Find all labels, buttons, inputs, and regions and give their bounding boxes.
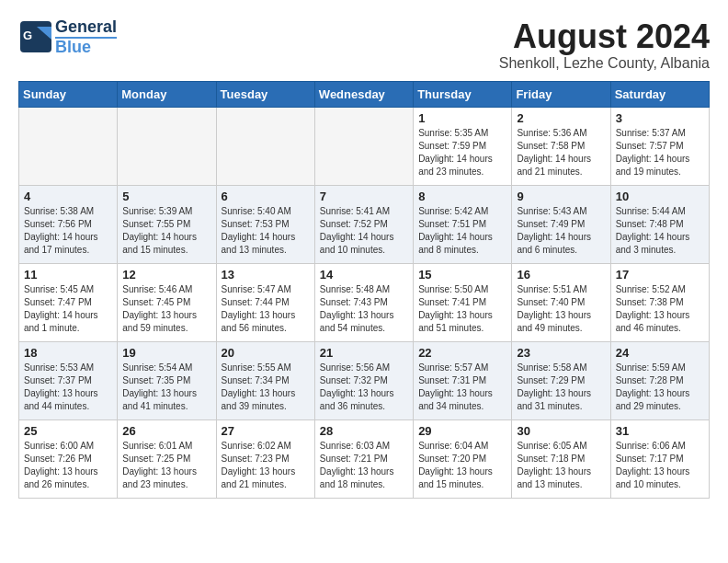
day-number: 25 — [24, 424, 112, 438]
day-number: 13 — [222, 268, 310, 282]
day-number: 3 — [616, 111, 704, 125]
calendar-day-cell: 19Sunrise: 5:54 AM Sunset: 7:35 PM Dayli… — [118, 341, 216, 419]
calendar-day-cell: 9Sunrise: 5:43 AM Sunset: 7:49 PM Daylig… — [512, 185, 610, 263]
day-info: Sunrise: 5:36 AM Sunset: 7:58 PM Dayligh… — [517, 127, 605, 178]
calendar-day-cell — [314, 107, 413, 185]
calendar-day-cell: 15Sunrise: 5:50 AM Sunset: 7:41 PM Dayli… — [414, 263, 512, 341]
calendar-day-cell: 3Sunrise: 5:37 AM Sunset: 7:57 PM Daylig… — [610, 107, 709, 185]
calendar-day-cell: 30Sunrise: 6:05 AM Sunset: 7:18 PM Dayli… — [512, 419, 610, 498]
day-info: Sunrise: 5:50 AM Sunset: 7:41 PM Dayligh… — [418, 283, 506, 335]
day-number: 24 — [616, 346, 704, 360]
day-info: Sunrise: 5:44 AM Sunset: 7:48 PM Dayligh… — [616, 205, 704, 257]
day-info: Sunrise: 6:05 AM Sunset: 7:18 PM Dayligh… — [517, 440, 605, 491]
weekday-header-thursday: Thursday — [414, 81, 512, 107]
calendar-day-cell: 7Sunrise: 5:41 AM Sunset: 7:52 PM Daylig… — [314, 185, 413, 263]
calendar-day-cell: 17Sunrise: 5:52 AM Sunset: 7:38 PM Dayli… — [610, 263, 709, 341]
day-number: 5 — [122, 190, 210, 203]
day-info: Sunrise: 6:04 AM Sunset: 7:20 PM Dayligh… — [418, 440, 506, 491]
day-number: 29 — [418, 424, 506, 438]
calendar-table: SundayMondayTuesdayWednesdayThursdayFrid… — [18, 81, 710, 499]
day-number: 16 — [517, 268, 605, 282]
calendar-day-cell: 28Sunrise: 6:03 AM Sunset: 7:21 PM Dayli… — [314, 419, 413, 498]
calendar-day-cell: 12Sunrise: 5:46 AM Sunset: 7:45 PM Dayli… — [118, 263, 216, 341]
calendar-day-cell: 4Sunrise: 5:38 AM Sunset: 7:56 PM Daylig… — [19, 185, 118, 263]
logo-blue: Blue — [55, 37, 117, 55]
calendar-week-row: 1Sunrise: 5:35 AM Sunset: 7:59 PM Daylig… — [19, 107, 710, 185]
calendar-day-cell: 22Sunrise: 5:57 AM Sunset: 7:31 PM Dayli… — [414, 341, 512, 419]
day-info: Sunrise: 5:43 AM Sunset: 7:49 PM Dayligh… — [517, 205, 605, 257]
day-info: Sunrise: 5:58 AM Sunset: 7:29 PM Dayligh… — [517, 362, 605, 413]
calendar-day-cell: 24Sunrise: 5:59 AM Sunset: 7:28 PM Dayli… — [610, 341, 709, 419]
day-info: Sunrise: 5:55 AM Sunset: 7:34 PM Dayligh… — [222, 362, 310, 413]
calendar-day-cell: 31Sunrise: 6:06 AM Sunset: 7:17 PM Dayli… — [610, 419, 709, 498]
weekday-header-row: SundayMondayTuesdayWednesdayThursdayFrid… — [19, 81, 710, 107]
calendar-day-cell: 18Sunrise: 5:53 AM Sunset: 7:37 PM Dayli… — [19, 341, 118, 419]
day-number: 18 — [24, 346, 112, 360]
calendar-week-row: 18Sunrise: 5:53 AM Sunset: 7:37 PM Dayli… — [19, 341, 710, 419]
day-number: 26 — [122, 424, 210, 438]
day-number: 7 — [320, 190, 408, 203]
day-info: Sunrise: 5:59 AM Sunset: 7:28 PM Dayligh… — [616, 362, 704, 413]
day-info: Sunrise: 5:51 AM Sunset: 7:40 PM Dayligh… — [517, 283, 605, 335]
calendar-day-cell: 10Sunrise: 5:44 AM Sunset: 7:48 PM Dayli… — [610, 185, 709, 263]
day-number: 31 — [616, 424, 704, 438]
calendar-day-cell: 8Sunrise: 5:42 AM Sunset: 7:51 PM Daylig… — [414, 185, 512, 263]
calendar-day-cell: 25Sunrise: 6:00 AM Sunset: 7:26 PM Dayli… — [19, 419, 118, 498]
month-year-title: August 2024 — [499, 18, 710, 55]
calendar-day-cell: 13Sunrise: 5:47 AM Sunset: 7:44 PM Dayli… — [216, 263, 314, 341]
day-info: Sunrise: 5:56 AM Sunset: 7:32 PM Dayligh… — [320, 362, 408, 413]
day-info: Sunrise: 5:52 AM Sunset: 7:38 PM Dayligh… — [616, 283, 704, 335]
day-number: 20 — [222, 346, 310, 360]
calendar-day-cell — [19, 107, 118, 185]
svg-text:G: G — [23, 29, 32, 42]
day-number: 19 — [122, 346, 210, 360]
calendar-day-cell: 1Sunrise: 5:35 AM Sunset: 7:59 PM Daylig… — [414, 107, 512, 185]
calendar-week-row: 4Sunrise: 5:38 AM Sunset: 7:56 PM Daylig… — [19, 185, 710, 263]
day-number: 21 — [320, 346, 408, 360]
day-number: 22 — [418, 346, 506, 360]
day-info: Sunrise: 5:41 AM Sunset: 7:52 PM Dayligh… — [320, 205, 408, 257]
day-number: 17 — [616, 268, 704, 282]
day-info: Sunrise: 6:02 AM Sunset: 7:23 PM Dayligh… — [222, 440, 310, 491]
calendar-day-cell: 20Sunrise: 5:55 AM Sunset: 7:34 PM Dayli… — [216, 341, 314, 419]
day-number: 28 — [320, 424, 408, 438]
day-number: 6 — [222, 190, 310, 203]
day-info: Sunrise: 5:47 AM Sunset: 7:44 PM Dayligh… — [222, 283, 310, 335]
day-info: Sunrise: 5:35 AM Sunset: 7:59 PM Dayligh… — [418, 127, 506, 178]
calendar-week-row: 25Sunrise: 6:00 AM Sunset: 7:26 PM Dayli… — [19, 419, 710, 498]
calendar-day-cell: 16Sunrise: 5:51 AM Sunset: 7:40 PM Dayli… — [512, 263, 610, 341]
logo-general: General — [55, 18, 117, 37]
calendar-day-cell: 14Sunrise: 5:48 AM Sunset: 7:43 PM Dayli… — [314, 263, 413, 341]
day-number: 27 — [222, 424, 310, 438]
calendar-day-cell: 26Sunrise: 6:01 AM Sunset: 7:25 PM Dayli… — [118, 419, 216, 498]
weekday-header-sunday: Sunday — [19, 81, 118, 107]
day-number: 11 — [24, 268, 112, 282]
day-number: 1 — [418, 111, 506, 125]
day-number: 23 — [517, 346, 605, 360]
calendar-day-cell — [118, 107, 216, 185]
day-info: Sunrise: 6:06 AM Sunset: 7:17 PM Dayligh… — [616, 440, 704, 491]
day-info: Sunrise: 6:03 AM Sunset: 7:21 PM Dayligh… — [320, 440, 408, 491]
weekday-header-saturday: Saturday — [610, 81, 709, 107]
day-number: 2 — [517, 111, 605, 125]
day-number: 8 — [418, 190, 506, 203]
calendar-day-cell: 29Sunrise: 6:04 AM Sunset: 7:20 PM Dayli… — [414, 419, 512, 498]
day-info: Sunrise: 5:53 AM Sunset: 7:37 PM Dayligh… — [24, 362, 112, 413]
day-info: Sunrise: 5:57 AM Sunset: 7:31 PM Dayligh… — [418, 362, 506, 413]
calendar-day-cell: 21Sunrise: 5:56 AM Sunset: 7:32 PM Dayli… — [314, 341, 413, 419]
calendar-day-cell: 27Sunrise: 6:02 AM Sunset: 7:23 PM Dayli… — [216, 419, 314, 498]
day-info: Sunrise: 5:48 AM Sunset: 7:43 PM Dayligh… — [320, 283, 408, 335]
day-info: Sunrise: 5:45 AM Sunset: 7:47 PM Dayligh… — [24, 283, 112, 335]
calendar-day-cell: 6Sunrise: 5:40 AM Sunset: 7:53 PM Daylig… — [216, 185, 314, 263]
day-info: Sunrise: 6:01 AM Sunset: 7:25 PM Dayligh… — [122, 440, 210, 491]
day-number: 14 — [320, 268, 408, 282]
day-number: 30 — [517, 424, 605, 438]
calendar-day-cell — [216, 107, 314, 185]
weekday-header-tuesday: Tuesday — [216, 81, 314, 107]
weekday-header-friday: Friday — [512, 81, 610, 107]
day-number: 4 — [24, 190, 112, 203]
page-header: G General Blue August 2024 Shenkoll, Lez… — [18, 18, 710, 72]
location-subtitle: Shenkoll, Lezhe County, Albania — [499, 55, 710, 72]
calendar-day-cell: 11Sunrise: 5:45 AM Sunset: 7:47 PM Dayli… — [19, 263, 118, 341]
day-number: 9 — [517, 190, 605, 203]
